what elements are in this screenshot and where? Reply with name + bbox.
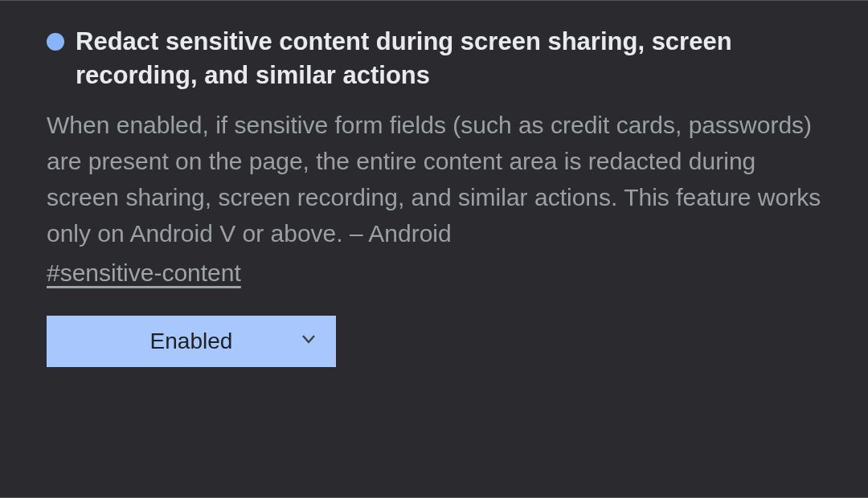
modified-indicator-icon (47, 33, 64, 51)
flag-anchor-link[interactable]: #sensitive-content (47, 259, 241, 287)
flag-item: Redact sensitive content during screen s… (0, 0, 868, 498)
flag-description: When enabled, if sensitive form fields (… (47, 107, 821, 251)
flag-state-select[interactable]: Enabled (47, 316, 336, 367)
chevron-down-icon (299, 329, 318, 354)
flag-title-row: Redact sensitive content during screen s… (47, 25, 821, 92)
flag-title: Redact sensitive content during screen s… (76, 25, 821, 92)
flag-state-selected-label: Enabled (150, 329, 233, 354)
